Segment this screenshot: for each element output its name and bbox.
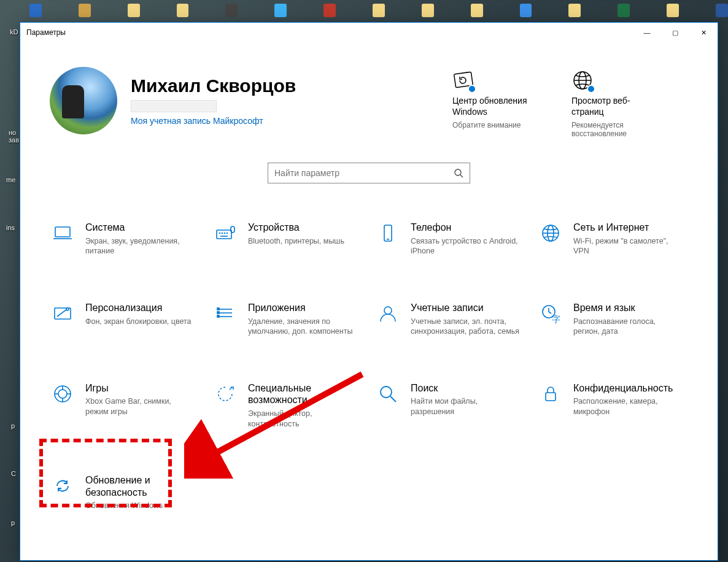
- category-desc: Расположение, камера, микрофон: [573, 396, 684, 417]
- privacy-icon: [539, 382, 562, 406]
- maximize-button[interactable]: ▢: [661, 23, 689, 42]
- desktop-label: С: [11, 470, 16, 477]
- category-desc: Удаление, значения по умолчанию, доп. ко…: [248, 317, 358, 337]
- svg-rect-26: [217, 312, 219, 314]
- avatar[interactable]: [50, 67, 117, 134]
- desktop-label: ins: [6, 224, 15, 231]
- category-desc: Фон, экран блокировки, цвета: [85, 317, 192, 327]
- ms-account-link[interactable]: Моя учетная запись Майкрософт: [131, 116, 296, 126]
- category-timelang[interactable]: 字Время и языкРаспознавание голоса, регио…: [538, 301, 688, 338]
- search-box[interactable]: [268, 163, 470, 183]
- svg-point-28: [384, 307, 392, 314]
- category-laptop[interactable]: СистемаЭкран, звук, уведомления, питание: [50, 220, 200, 258]
- category-title: Система: [85, 221, 196, 233]
- category-update2[interactable]: Обновление и безопасностьОбновления Wind…: [50, 473, 200, 512]
- laptop-icon: [51, 221, 74, 245]
- category-title: Обновление и безопасность: [85, 474, 196, 498]
- titlebar: Параметры — ▢ ✕: [20, 23, 718, 42]
- category-ease[interactable]: Специальные возможностиЭкранный диктор, …: [212, 381, 363, 430]
- desktop-label: kD: [10, 28, 18, 36]
- profile-name: Михаил Скворцов: [131, 75, 296, 96]
- category-apps[interactable]: ПриложенияУдаление, значения по умолчани…: [212, 301, 363, 338]
- category-desc: Xbox Game Bar, снимки, режим игры: [85, 396, 196, 417]
- search-input[interactable]: [274, 168, 449, 178]
- category-title: Сеть и Интернет: [573, 221, 684, 233]
- category-desc: Экран, звук, уведомления, питание: [85, 236, 196, 257]
- svg-point-9: [220, 233, 220, 234]
- svg-rect-27: [217, 315, 219, 317]
- category-phone[interactable]: ТелефонСвязать устройство с Android, iPh…: [375, 220, 525, 258]
- svg-rect-25: [217, 308, 219, 310]
- minimize-button[interactable]: —: [633, 23, 661, 42]
- category-title: Поиск: [411, 382, 521, 394]
- svg-point-4: [455, 169, 461, 175]
- svg-text:字: 字: [552, 314, 560, 324]
- apps-icon: [214, 302, 237, 325]
- svg-line-38: [390, 396, 396, 402]
- category-globe2[interactable]: Сеть и ИнтернетWi-Fi, режим "в самолете"…: [538, 220, 688, 258]
- svg-point-11: [225, 233, 225, 234]
- svg-point-10: [222, 233, 223, 234]
- desktop-label: p: [11, 422, 15, 429]
- category-desc: Wi-Fi, режим "в самолете", VPN: [573, 236, 684, 257]
- category-desc: Связать устройство с Android, iPhone: [411, 236, 521, 257]
- category-title: Игры: [85, 382, 196, 394]
- svg-point-37: [381, 387, 392, 398]
- search-icon: [376, 382, 400, 406]
- svg-rect-8: [217, 230, 231, 239]
- category-desc: Распознавание голоса, регион, дата: [573, 317, 684, 337]
- svg-rect-6: [55, 227, 70, 237]
- category-gaming[interactable]: ИгрыXbox Game Bar, снимки, режим игры: [50, 381, 200, 430]
- desktop-label: но зав: [9, 129, 19, 144]
- phone-icon: [376, 221, 400, 245]
- svg-point-32: [58, 390, 67, 398]
- svg-point-12: [227, 233, 228, 234]
- desktop-label: p: [11, 519, 15, 526]
- update2-icon: [51, 474, 74, 498]
- category-desc: Найти мои файлы, разрешения: [411, 396, 521, 417]
- account-icon: [376, 302, 400, 325]
- status-sub: Обратите внимание: [452, 121, 521, 129]
- settings-window: Параметры — ▢ ✕ Михаил Скворцов Моя учет…: [20, 22, 718, 561]
- category-privacy[interactable]: КонфиденциальностьРасположение, камера, …: [538, 381, 688, 430]
- close-button[interactable]: ✕: [689, 23, 718, 42]
- status-tile-browsing[interactable]: Просмотр веб-страниц Рекомендуется восст…: [571, 69, 651, 138]
- category-desc: Bluetooth, принтеры, мышь: [248, 236, 344, 247]
- svg-line-5: [460, 175, 463, 177]
- status-title: Просмотр веб-страниц: [571, 95, 651, 117]
- category-title: Специальные возможности: [248, 382, 358, 406]
- svg-rect-39: [546, 393, 556, 401]
- category-desc: Обновления Windows: [85, 501, 196, 511]
- category-account[interactable]: Учетные записиУчетные записи, эл. почта,…: [375, 301, 525, 338]
- category-title: Приложения: [248, 302, 358, 314]
- status-title: Центр обновления Windows: [452, 95, 532, 117]
- category-title: Персонализация: [85, 302, 192, 314]
- category-keyboard[interactable]: УстройстваBluetooth, принтеры, мышь: [212, 220, 363, 258]
- category-title: Учетные записи: [411, 302, 521, 314]
- status-tile-update[interactable]: Центр обновления Windows Обратите вниман…: [452, 69, 532, 138]
- desktop-icons: [0, 4, 728, 20]
- category-search[interactable]: ПоискНайти мои файлы, разрешения: [375, 381, 525, 430]
- category-title: Время и язык: [573, 302, 684, 314]
- category-desc: Экранный диктор, контрастность: [248, 409, 358, 429]
- svg-rect-14: [231, 226, 234, 233]
- svg-rect-15: [384, 225, 392, 241]
- ease-icon: [214, 382, 237, 406]
- category-desc: Учетные записи, эл. почта, синхронизация…: [411, 317, 521, 337]
- keyboard-icon: [214, 221, 237, 245]
- desktop-label: me: [6, 176, 15, 183]
- status-sub: Рекомендуется восстановление: [571, 121, 651, 138]
- search-icon: [454, 168, 463, 178]
- personalize-icon: [51, 302, 74, 325]
- window-title: Параметры: [26, 28, 66, 37]
- globe-icon: [571, 69, 594, 91]
- globe2-icon: [539, 221, 562, 245]
- category-personalize[interactable]: ПерсонализацияФон, экран блокировки, цве…: [50, 301, 200, 338]
- category-title: Конфиденциальность: [573, 382, 684, 394]
- timelang-icon: 字: [539, 302, 562, 325]
- category-title: Устройства: [248, 221, 344, 233]
- category-title: Телефон: [411, 221, 521, 233]
- update-icon: [452, 69, 474, 91]
- gaming-icon: [51, 382, 74, 406]
- email-placeholder: [131, 100, 217, 112]
